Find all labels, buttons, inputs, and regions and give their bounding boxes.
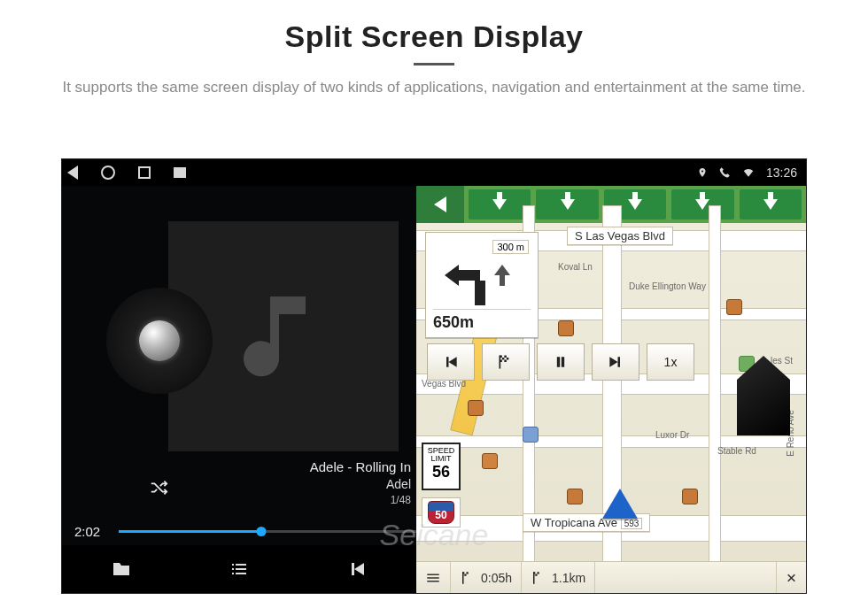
open-folder-button[interactable] [62, 545, 180, 593]
route-shield: 50 [422, 497, 461, 527]
svg-rect-6 [500, 356, 501, 369]
page-subtitle: It supports the same screen display of t… [49, 78, 819, 98]
nav-close-button[interactable] [776, 562, 806, 593]
svg-rect-12 [538, 572, 539, 574]
skip-prev-button[interactable] [427, 343, 475, 381]
nav-back-button[interactable] [416, 186, 464, 223]
track-artist: Adel [310, 476, 411, 493]
nav-recents-icon[interactable] [138, 166, 151, 179]
title-underline [414, 63, 454, 65]
road-label-top: S Las Vegas Blvd [567, 227, 673, 245]
close-icon [786, 571, 797, 585]
music-note-icon [230, 283, 337, 389]
svg-rect-14 [533, 572, 535, 584]
wifi-icon [741, 166, 756, 179]
device-frame: 13:26 Adele - Rolling In Adel 1/48 2:02 [62, 159, 806, 593]
pause-icon [552, 353, 570, 371]
lane-arrow-1 [469, 189, 531, 219]
eta-time: 0:05h [451, 562, 522, 593]
progress-bar[interactable] [119, 530, 416, 533]
turn-distance: 650m [433, 313, 474, 331]
label-luxor: Luxor Dr [655, 430, 689, 440]
playlist-button[interactable] [180, 545, 298, 593]
turn-left-icon [453, 265, 489, 305]
nav-bottom-bar: 0:05h 1.1km [416, 561, 806, 593]
status-clock: 13:26 [766, 166, 797, 180]
pause-button[interactable] [537, 343, 585, 381]
menu-icon [425, 570, 441, 586]
lane-arrow-5 [740, 189, 802, 219]
label-duke: Duke Ellington Way [629, 281, 706, 291]
list-icon [227, 558, 252, 580]
progress-knob[interactable] [257, 527, 267, 536]
page-title: Split Screen Display [0, 19, 868, 54]
folder-icon [109, 558, 134, 580]
track-index: 1/48 [310, 493, 411, 507]
eta-distance: 1.1km [522, 562, 595, 593]
lane-arrow-2 [536, 189, 598, 219]
previous-track-button[interactable] [298, 545, 416, 593]
label-koval: Koval Ln [558, 262, 593, 272]
svg-rect-9 [464, 574, 466, 575]
svg-rect-13 [535, 574, 537, 575]
virtual-joystick[interactable] [106, 288, 213, 394]
location-icon [697, 166, 708, 180]
progress-fill [119, 530, 261, 533]
nav-home-icon[interactable] [101, 166, 115, 180]
label-charles: les St [771, 356, 793, 366]
status-bar: 13:26 [62, 159, 806, 186]
svg-rect-5 [504, 360, 507, 363]
svg-rect-2 [502, 358, 505, 360]
svg-rect-10 [462, 572, 464, 584]
svg-rect-1 [504, 356, 507, 358]
music-player-pane: Adele - Rolling In Adel 1/48 2:02 [62, 186, 416, 593]
svg-rect-8 [467, 572, 469, 574]
next-turn-distance: 300 m [492, 240, 529, 254]
skip-prev-icon [442, 353, 460, 371]
flag-icon [531, 570, 546, 586]
nav-menu-button[interactable] [416, 562, 451, 593]
label-stable: Stable Rd [717, 446, 756, 456]
nav-back-icon[interactable] [67, 166, 78, 180]
current-position-icon [602, 489, 643, 529]
then-straight-icon [494, 265, 510, 286]
route-flag-button[interactable] [482, 343, 530, 381]
lane-arrow-4 [671, 189, 733, 219]
flag-icon [460, 570, 476, 586]
checkered-flag-icon [497, 353, 515, 371]
track-title: Adele - Rolling In [310, 458, 411, 476]
skip-next-button[interactable] [592, 343, 639, 381]
navigation-pane: S Las Vegas Blvd W Tropicana Ave 593 Kov… [416, 186, 806, 593]
svg-rect-3 [507, 358, 509, 360]
speed-limit-sign: SPEED LIMIT 56 [422, 443, 461, 490]
playback-speed-button[interactable]: 1x [647, 343, 694, 381]
shuffle-icon[interactable] [146, 478, 171, 497]
phone-icon [718, 166, 731, 179]
screenshot-icon [174, 167, 186, 178]
skip-next-icon [607, 353, 624, 371]
prev-icon [345, 558, 369, 580]
playback-speed-label: 1x [664, 355, 678, 369]
turn-instruction-card: 300 m 650m [425, 232, 539, 338]
elapsed-time: 2:02 [74, 524, 110, 539]
